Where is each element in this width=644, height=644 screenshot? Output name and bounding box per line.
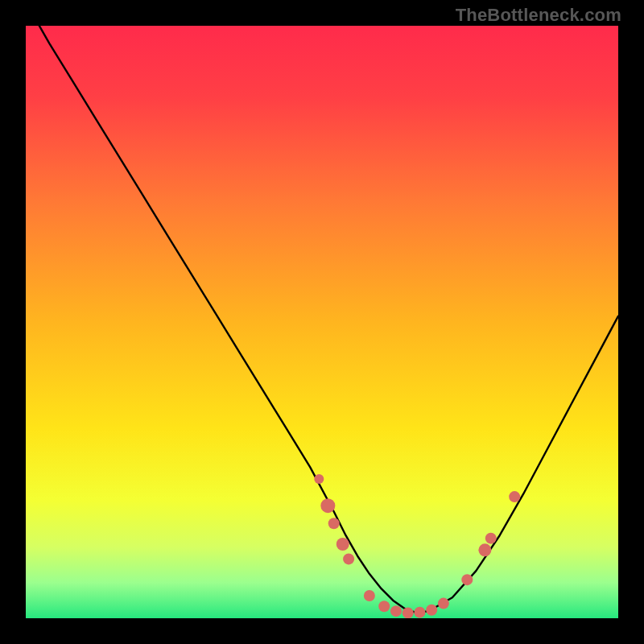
data-dot (320, 498, 335, 513)
data-dot (485, 533, 497, 544)
data-dot (343, 553, 354, 564)
data-dot (414, 607, 425, 618)
watermark-text: TheBottleneck.com (456, 5, 621, 26)
data-dot (402, 607, 414, 618)
data-dot (509, 491, 520, 502)
data-dot (426, 605, 437, 616)
plot-area (26, 26, 618, 618)
data-dot (378, 601, 390, 612)
data-dot (438, 598, 449, 609)
data-dot (364, 590, 375, 601)
chart-container: TheBottleneck.com (0, 0, 644, 644)
chart-svg (26, 26, 618, 618)
data-dot (390, 605, 402, 617)
gradient-rect (26, 26, 618, 618)
data-dot (314, 474, 324, 484)
data-dot (328, 518, 340, 529)
data-dot (478, 543, 491, 556)
data-dot (336, 538, 349, 551)
data-dot (461, 574, 473, 585)
